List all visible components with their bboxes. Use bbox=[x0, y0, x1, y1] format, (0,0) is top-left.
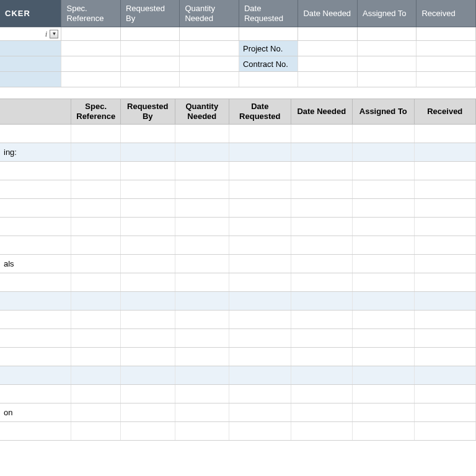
cell[interactable] bbox=[229, 329, 291, 347]
cell[interactable] bbox=[71, 218, 121, 236]
cell[interactable] bbox=[358, 56, 417, 71]
cell[interactable] bbox=[121, 385, 175, 403]
cell[interactable] bbox=[291, 218, 353, 236]
section-label-als[interactable]: als bbox=[0, 255, 71, 273]
cell[interactable] bbox=[121, 199, 175, 217]
cell[interactable] bbox=[415, 329, 476, 347]
cell[interactable] bbox=[291, 403, 353, 421]
col-received[interactable]: Received bbox=[416, 0, 476, 27]
cell[interactable] bbox=[175, 236, 230, 254]
cell[interactable] bbox=[121, 125, 175, 143]
cell[interactable] bbox=[229, 125, 291, 143]
cell[interactable] bbox=[415, 385, 476, 403]
cell-blue[interactable] bbox=[0, 72, 61, 87]
cell[interactable] bbox=[0, 366, 71, 384]
cell[interactable] bbox=[175, 311, 230, 328]
cell[interactable] bbox=[71, 236, 121, 254]
cell[interactable] bbox=[291, 385, 353, 403]
cell[interactable] bbox=[291, 199, 353, 217]
cell[interactable] bbox=[0, 199, 71, 217]
cell[interactable] bbox=[298, 56, 358, 71]
cell[interactable] bbox=[298, 41, 358, 56]
cell[interactable] bbox=[416, 41, 476, 56]
filter-empty[interactable] bbox=[358, 27, 417, 40]
cell[interactable] bbox=[121, 143, 175, 161]
filter-empty[interactable] bbox=[298, 27, 358, 40]
cell[interactable] bbox=[353, 218, 414, 236]
cell[interactable] bbox=[0, 273, 71, 291]
filter-empty[interactable] bbox=[239, 27, 299, 40]
cell[interactable] bbox=[71, 255, 121, 273]
cell[interactable] bbox=[0, 311, 71, 328]
cell[interactable] bbox=[291, 366, 353, 384]
cell[interactable] bbox=[121, 403, 175, 421]
cell[interactable] bbox=[353, 162, 414, 180]
cell[interactable] bbox=[353, 125, 414, 143]
col-quantity-needed[interactable]: Quantity Needed bbox=[175, 99, 230, 124]
cell[interactable] bbox=[291, 329, 353, 347]
cell[interactable] bbox=[291, 162, 353, 180]
cell[interactable] bbox=[121, 366, 175, 384]
cell-blue[interactable] bbox=[0, 41, 61, 56]
cell[interactable] bbox=[175, 366, 230, 384]
col-spec-reference[interactable]: Spec. Reference bbox=[71, 99, 121, 124]
project-no-label[interactable]: Project No. bbox=[239, 41, 299, 56]
cell[interactable] bbox=[415, 236, 476, 254]
col-date-needed[interactable]: Date Needed bbox=[291, 99, 353, 124]
cell[interactable] bbox=[353, 311, 414, 328]
cell-blue[interactable] bbox=[0, 56, 61, 71]
cell[interactable] bbox=[291, 125, 353, 143]
cell[interactable] bbox=[291, 292, 353, 310]
cell[interactable] bbox=[71, 273, 121, 291]
cell[interactable] bbox=[61, 56, 121, 71]
cell[interactable] bbox=[121, 273, 175, 291]
cell[interactable] bbox=[0, 125, 71, 143]
cell[interactable] bbox=[229, 292, 291, 310]
cell[interactable] bbox=[353, 385, 414, 403]
cell[interactable] bbox=[353, 236, 414, 254]
cell[interactable] bbox=[71, 329, 121, 347]
cell[interactable] bbox=[71, 180, 121, 198]
cell[interactable] bbox=[121, 180, 175, 198]
cell[interactable] bbox=[415, 162, 476, 180]
cell[interactable] bbox=[175, 180, 230, 198]
cell[interactable] bbox=[71, 311, 121, 328]
cell[interactable] bbox=[291, 255, 353, 273]
cell[interactable] bbox=[175, 143, 230, 161]
cell[interactable] bbox=[415, 403, 476, 421]
cell[interactable] bbox=[0, 292, 71, 310]
cell[interactable] bbox=[121, 292, 175, 310]
col-spec-reference[interactable]: Spec. Reference bbox=[61, 0, 121, 27]
cell[interactable] bbox=[353, 403, 414, 421]
col-assigned-to[interactable]: Assigned To bbox=[358, 0, 417, 27]
cell[interactable] bbox=[175, 162, 230, 180]
cell[interactable] bbox=[415, 422, 476, 440]
cell[interactable] bbox=[353, 255, 414, 273]
cell[interactable] bbox=[71, 348, 121, 366]
cell[interactable] bbox=[229, 403, 291, 421]
cell[interactable] bbox=[353, 143, 414, 161]
cell[interactable] bbox=[415, 366, 476, 384]
cell[interactable] bbox=[121, 72, 180, 87]
filter-empty[interactable] bbox=[180, 27, 239, 40]
filter-empty[interactable] bbox=[61, 27, 121, 40]
cell[interactable] bbox=[291, 236, 353, 254]
cell[interactable] bbox=[353, 329, 414, 347]
cell[interactable] bbox=[291, 143, 353, 161]
cell[interactable] bbox=[175, 348, 230, 366]
cell[interactable] bbox=[0, 348, 71, 366]
cell[interactable] bbox=[415, 180, 476, 198]
contract-no-label[interactable]: Contract No. bbox=[239, 56, 299, 71]
cell[interactable] bbox=[71, 199, 121, 217]
cell[interactable] bbox=[353, 348, 414, 366]
cell[interactable] bbox=[121, 255, 175, 273]
cell[interactable] bbox=[180, 72, 239, 87]
cell[interactable] bbox=[415, 311, 476, 328]
cell[interactable] bbox=[229, 385, 291, 403]
cell[interactable] bbox=[175, 403, 230, 421]
cell[interactable] bbox=[229, 199, 291, 217]
section-label-ing[interactable]: ing: bbox=[0, 143, 71, 161]
cell[interactable] bbox=[291, 348, 353, 366]
cell[interactable] bbox=[229, 236, 291, 254]
cell[interactable] bbox=[180, 56, 239, 71]
